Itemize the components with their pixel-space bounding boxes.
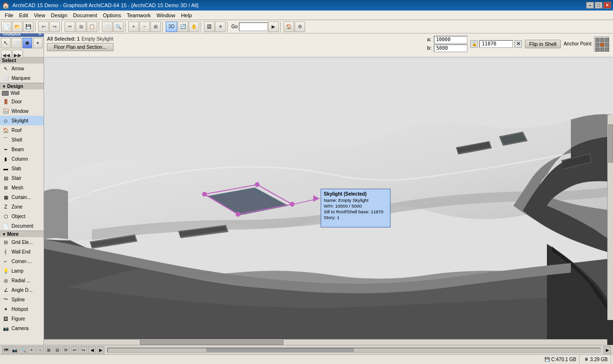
menu-window[interactable]: Window (154, 11, 178, 20)
anchor-tl[interactable] (595, 38, 600, 42)
menu-view[interactable]: View (31, 11, 48, 20)
minimize-button[interactable]: – (586, 2, 594, 9)
tb-magic-wand[interactable]: ✦ (33, 38, 43, 48)
nav-btn-2[interactable]: 📷 (11, 346, 18, 354)
grid-ele-tool[interactable]: ⊟ Grid Ele... (0, 237, 44, 247)
zone-tool[interactable]: Z Zone (0, 202, 44, 211)
coord-lock-btn[interactable]: 🔓 (470, 40, 478, 48)
document-tool[interactable]: 📄 Document (0, 221, 44, 231)
go-input[interactable] (239, 22, 268, 31)
tb-orbit[interactable]: 🔄 (178, 22, 188, 32)
horizontal-scrollbar[interactable] (44, 339, 607, 345)
maximize-button[interactable]: □ (595, 2, 602, 9)
coord-c-input[interactable] (479, 40, 513, 48)
anchor-ml[interactable] (595, 43, 600, 47)
nav-btn-3[interactable]: 🔍 (19, 346, 27, 354)
wall-end-tool[interactable]: ┤ Wall End (0, 247, 44, 256)
tb-paste[interactable]: 📋 (87, 22, 97, 32)
menu-help[interactable]: Help (178, 11, 195, 20)
coord-b-input[interactable] (434, 44, 467, 52)
design-section-header[interactable]: ▼ Design (0, 83, 44, 89)
nav-btn-11[interactable]: ◀ (88, 346, 96, 354)
tb-zoom-out[interactable]: − (139, 22, 150, 32)
menu-options[interactable]: Options (100, 11, 124, 20)
tb-sun[interactable]: ☀ (215, 22, 226, 32)
tb-tool2[interactable]: ⚙ (295, 22, 305, 32)
anchor-bl[interactable] (595, 47, 600, 52)
wall-tool[interactable]: Wall (0, 89, 44, 97)
vertical-scrollbar[interactable] (607, 115, 613, 320)
anchor-mc[interactable] (600, 43, 604, 47)
radial-tool[interactable]: ◎ Radial ... (0, 276, 44, 285)
tb-3d-view[interactable]: 3D (166, 22, 177, 32)
hscroll-indicator[interactable] (206, 348, 354, 352)
nav-btn-8[interactable]: ⟳ (62, 346, 70, 354)
coord-a-input[interactable] (434, 36, 467, 44)
select-section-header[interactable]: Select (0, 57, 44, 64)
hscroll-thumb[interactable] (140, 340, 284, 345)
figure-tool[interactable]: 🖼 Figure (0, 314, 44, 323)
tb-render[interactable]: 🖼 (204, 22, 215, 32)
curtain-tool[interactable]: ▦ Curtain... (0, 192, 44, 202)
menu-teamwork[interactable]: Teamwork (124, 11, 154, 20)
tb-undo[interactable]: ↩ (38, 22, 49, 32)
tb-find[interactable]: 🔍 (113, 22, 124, 32)
marquee-tool[interactable]: ⬜ Marquee (0, 73, 44, 83)
slab-tool[interactable]: ▬ Slab (0, 164, 44, 173)
tb-new[interactable]: 📄 (1, 22, 11, 32)
stair-tool[interactable]: ▤ Stair (0, 173, 44, 183)
tb-copy[interactable]: ⧉ (76, 22, 86, 32)
flip-in-shell-button[interactable]: Flip in Shell (525, 40, 561, 48)
nav-btn-5[interactable]: − (36, 346, 44, 354)
anchor-br[interactable] (605, 47, 609, 52)
window-tool[interactable]: 🪟 Window (0, 106, 44, 116)
nav-btn-12[interactable]: ▶ (97, 346, 104, 354)
tb-marquee-poly[interactable]: ⬟ (23, 38, 32, 48)
close-button[interactable]: ✕ (603, 2, 611, 9)
spline-tool[interactable]: 〜 Spline (0, 295, 44, 304)
beam-tool[interactable]: ━ Beam (0, 144, 44, 154)
tb-pan[interactable]: ✋ (189, 22, 199, 32)
object-tool[interactable]: ⬡ Object (0, 211, 44, 221)
floor-plan-button[interactable]: Floor Plan and Section... (47, 43, 114, 51)
hscroll-track[interactable] (107, 348, 601, 353)
menu-edit[interactable]: Edit (16, 11, 31, 20)
mesh-tool[interactable]: ⊞ Mesh (0, 183, 44, 192)
tb-cut[interactable]: ✂ (65, 22, 75, 32)
tb-save[interactable]: 💾 (23, 22, 34, 32)
vscroll-thumb[interactable] (608, 124, 613, 163)
corner-tool[interactable]: ⌐ Corner-... (0, 256, 44, 266)
nav-btn-7[interactable]: ⊟ (54, 346, 61, 354)
anchor-mr[interactable] (605, 43, 609, 47)
arrow-tool[interactable]: ↖ Arrow (0, 64, 44, 73)
nav-btn-6[interactable]: ⊞ (45, 346, 53, 354)
shell-tool[interactable]: ⌒ Shell (0, 135, 44, 144)
menu-document[interactable]: Document (70, 11, 100, 20)
tb-open[interactable]: 📂 (12, 22, 23, 32)
tb-redo[interactable]: ↪ (49, 22, 60, 32)
nav-btn-13[interactable]: ▶ (603, 346, 611, 354)
viewport-3d[interactable]: Skylight (Selected) Name: Empty Skylight… (44, 57, 613, 345)
angle-d-tool[interactable]: ∠ Angle D... (0, 285, 44, 295)
tb-select-all[interactable]: ⬜ (102, 22, 113, 32)
nav-btn-10[interactable]: ↪ (79, 346, 87, 354)
tb-zoom-in[interactable]: + (128, 22, 139, 32)
tb-marquee-rect[interactable]: ⬜ (11, 38, 21, 48)
coord-c-close[interactable]: ✕ (514, 40, 522, 48)
roof-tool[interactable]: 🏠 Roof (0, 125, 44, 135)
tb-zoom-fit[interactable]: ⊞ (150, 22, 161, 32)
anchor-grid[interactable] (594, 36, 609, 52)
tb-select-arrow[interactable]: ↖ (1, 38, 11, 48)
hotspot-tool[interactable]: ✦ Hotspot (0, 304, 44, 314)
nav-btn-9[interactable]: ↩ (71, 346, 79, 354)
nav-btn-1[interactable]: 🗺 (2, 346, 10, 354)
anchor-bc[interactable] (600, 47, 604, 52)
tb-tool1[interactable]: 🏠 (284, 22, 294, 32)
menu-design[interactable]: Design (48, 11, 70, 20)
column-tool[interactable]: ▮ Column (0, 154, 44, 164)
anchor-tr[interactable] (605, 38, 609, 42)
skylight-tool[interactable]: ◇ Skylight (0, 116, 44, 125)
tb-go[interactable]: ▶ (268, 22, 279, 32)
door-tool[interactable]: 🚪 Door (0, 97, 44, 106)
lamp-tool[interactable]: 💡 Lamp (0, 266, 44, 276)
